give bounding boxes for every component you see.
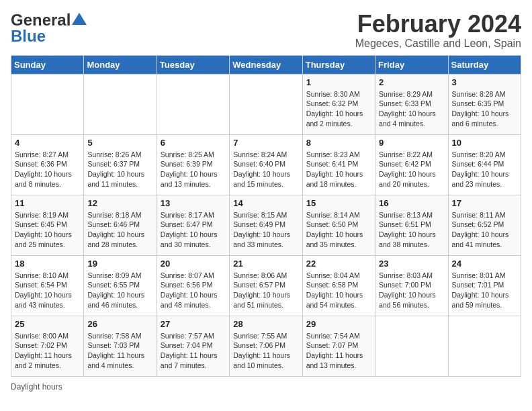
day-number: 4 (15, 138, 80, 148)
col-header-monday: Monday (84, 55, 157, 74)
calendar-cell: 10Sunrise: 8:20 AMSunset: 6:44 PMDayligh… (448, 134, 521, 195)
logo: General Blue (11, 11, 87, 46)
day-number: 1 (306, 77, 371, 87)
day-info: Sunrise: 7:54 AMSunset: 7:07 PMDaylight:… (306, 331, 371, 371)
day-info: Sunrise: 8:17 AMSunset: 6:47 PMDaylight:… (161, 210, 226, 250)
calendar-cell: 14Sunrise: 8:15 AMSunset: 6:49 PMDayligh… (230, 195, 302, 255)
col-header-friday: Friday (375, 55, 448, 74)
calendar-cell: 19Sunrise: 8:09 AMSunset: 6:55 PMDayligh… (84, 255, 157, 316)
calendar-cell: 29Sunrise: 7:54 AMSunset: 7:07 PMDayligh… (302, 316, 375, 376)
day-number: 19 (87, 259, 152, 269)
day-info: Sunrise: 8:13 AMSunset: 6:51 PMDaylight:… (379, 210, 444, 250)
logo-blue: Blue (11, 27, 46, 46)
day-number: 12 (87, 198, 152, 208)
week-row-3: 11Sunrise: 8:19 AMSunset: 6:45 PMDayligh… (11, 195, 521, 255)
day-info: Sunrise: 8:29 AMSunset: 6:33 PMDaylight:… (379, 89, 444, 129)
day-number: 21 (233, 259, 298, 269)
day-info: Sunrise: 8:28 AMSunset: 6:35 PMDaylight:… (452, 89, 517, 129)
day-number: 18 (15, 259, 80, 269)
day-info: Sunrise: 8:10 AMSunset: 6:54 PMDaylight:… (15, 271, 80, 310)
page-header: General Blue February 2024 Megeces, Cast… (11, 11, 521, 50)
day-info: Sunrise: 8:06 AMSunset: 6:57 PMDaylight:… (233, 271, 298, 310)
day-number: 10 (452, 138, 517, 148)
calendar-cell: 28Sunrise: 7:55 AMSunset: 7:06 PMDayligh… (230, 316, 302, 376)
calendar-cell: 24Sunrise: 8:01 AMSunset: 7:01 PMDayligh… (448, 255, 521, 316)
day-info: Sunrise: 8:18 AMSunset: 6:46 PMDaylight:… (87, 210, 152, 250)
calendar-cell (448, 316, 521, 376)
day-number: 14 (233, 198, 298, 208)
day-number: 8 (306, 138, 371, 148)
calendar-cell: 15Sunrise: 8:14 AMSunset: 6:50 PMDayligh… (302, 195, 375, 255)
day-info: Sunrise: 8:27 AMSunset: 6:36 PMDaylight:… (15, 150, 80, 189)
day-number: 9 (379, 138, 444, 148)
week-row-4: 18Sunrise: 8:10 AMSunset: 6:54 PMDayligh… (11, 255, 521, 316)
calendar-cell: 11Sunrise: 8:19 AMSunset: 6:45 PMDayligh… (11, 195, 84, 255)
day-info: Sunrise: 7:55 AMSunset: 7:06 PMDaylight:… (233, 331, 298, 371)
calendar-cell: 23Sunrise: 8:03 AMSunset: 7:00 PMDayligh… (375, 255, 448, 316)
daylight-label: Daylight hours (11, 382, 62, 392)
calendar-cell: 27Sunrise: 7:57 AMSunset: 7:04 PMDayligh… (157, 316, 229, 376)
day-number: 2 (379, 77, 444, 87)
day-info: Sunrise: 8:20 AMSunset: 6:44 PMDaylight:… (452, 150, 517, 189)
logo-icon (72, 13, 87, 25)
day-info: Sunrise: 8:24 AMSunset: 6:40 PMDaylight:… (233, 150, 298, 189)
footer: Daylight hours (11, 382, 521, 392)
day-number: 22 (306, 259, 371, 269)
calendar-cell: 17Sunrise: 8:11 AMSunset: 6:52 PMDayligh… (448, 195, 521, 255)
col-header-wednesday: Wednesday (230, 55, 302, 74)
day-number: 20 (161, 259, 226, 269)
col-header-tuesday: Tuesday (157, 55, 229, 74)
calendar-cell: 26Sunrise: 7:58 AMSunset: 7:03 PMDayligh… (84, 316, 157, 376)
day-number: 15 (306, 198, 371, 208)
day-info: Sunrise: 7:58 AMSunset: 7:03 PMDaylight:… (87, 331, 152, 371)
calendar-cell: 12Sunrise: 8:18 AMSunset: 6:46 PMDayligh… (84, 195, 157, 255)
day-number: 26 (87, 319, 152, 329)
calendar-cell: 13Sunrise: 8:17 AMSunset: 6:47 PMDayligh… (157, 195, 229, 255)
calendar-cell: 3Sunrise: 8:28 AMSunset: 6:35 PMDaylight… (448, 74, 521, 134)
calendar-cell: 9Sunrise: 8:22 AMSunset: 6:42 PMDaylight… (375, 134, 448, 195)
page-subtitle: Megeces, Castille and Leon, Spain (355, 38, 521, 50)
calendar-table: SundayMondayTuesdayWednesdayThursdayFrid… (11, 55, 521, 377)
calendar-cell: 7Sunrise: 8:24 AMSunset: 6:40 PMDaylight… (230, 134, 302, 195)
day-number: 25 (15, 319, 80, 329)
day-info: Sunrise: 8:00 AMSunset: 7:02 PMDaylight:… (15, 331, 80, 371)
calendar-cell: 2Sunrise: 8:29 AMSunset: 6:33 PMDaylight… (375, 74, 448, 134)
day-number: 28 (233, 319, 298, 329)
calendar-cell: 1Sunrise: 8:30 AMSunset: 6:32 PMDaylight… (302, 74, 375, 134)
day-info: Sunrise: 8:04 AMSunset: 6:58 PMDaylight:… (306, 271, 371, 310)
calendar-cell: 16Sunrise: 8:13 AMSunset: 6:51 PMDayligh… (375, 195, 448, 255)
day-info: Sunrise: 8:09 AMSunset: 6:55 PMDaylight:… (87, 271, 152, 310)
calendar-cell: 21Sunrise: 8:06 AMSunset: 6:57 PMDayligh… (230, 255, 302, 316)
day-info: Sunrise: 8:11 AMSunset: 6:52 PMDaylight:… (452, 210, 517, 250)
day-info: Sunrise: 8:01 AMSunset: 7:01 PMDaylight:… (452, 271, 517, 310)
title-block: February 2024 Megeces, Castille and Leon… (355, 11, 521, 50)
week-row-1: 1Sunrise: 8:30 AMSunset: 6:32 PMDaylight… (11, 74, 521, 134)
day-info: Sunrise: 8:07 AMSunset: 6:56 PMDaylight:… (161, 271, 226, 310)
day-number: 16 (379, 198, 444, 208)
calendar-cell: 20Sunrise: 8:07 AMSunset: 6:56 PMDayligh… (157, 255, 229, 316)
day-info: Sunrise: 8:03 AMSunset: 7:00 PMDaylight:… (379, 271, 444, 310)
day-number: 17 (452, 198, 517, 208)
svg-marker-0 (72, 13, 87, 25)
calendar-cell: 8Sunrise: 8:23 AMSunset: 6:41 PMDaylight… (302, 134, 375, 195)
day-number: 11 (15, 198, 80, 208)
day-info: Sunrise: 8:22 AMSunset: 6:42 PMDaylight:… (379, 150, 444, 189)
calendar-cell (157, 74, 229, 134)
calendar-cell: 18Sunrise: 8:10 AMSunset: 6:54 PMDayligh… (11, 255, 84, 316)
calendar-cell: 4Sunrise: 8:27 AMSunset: 6:36 PMDaylight… (11, 134, 84, 195)
col-header-saturday: Saturday (448, 55, 521, 74)
calendar-cell (375, 316, 448, 376)
day-number: 13 (161, 198, 226, 208)
week-row-5: 25Sunrise: 8:00 AMSunset: 7:02 PMDayligh… (11, 316, 521, 376)
calendar-cell (84, 74, 157, 134)
col-header-thursday: Thursday (302, 55, 375, 74)
day-info: Sunrise: 7:57 AMSunset: 7:04 PMDaylight:… (161, 331, 226, 371)
calendar-cell: 6Sunrise: 8:25 AMSunset: 6:39 PMDaylight… (157, 134, 229, 195)
calendar-cell: 5Sunrise: 8:26 AMSunset: 6:37 PMDaylight… (84, 134, 157, 195)
day-info: Sunrise: 8:19 AMSunset: 6:45 PMDaylight:… (15, 210, 80, 250)
day-number: 29 (306, 319, 371, 329)
day-number: 7 (233, 138, 298, 148)
calendar-cell (11, 74, 84, 134)
day-info: Sunrise: 8:23 AMSunset: 6:41 PMDaylight:… (306, 150, 371, 189)
day-number: 24 (452, 259, 517, 269)
